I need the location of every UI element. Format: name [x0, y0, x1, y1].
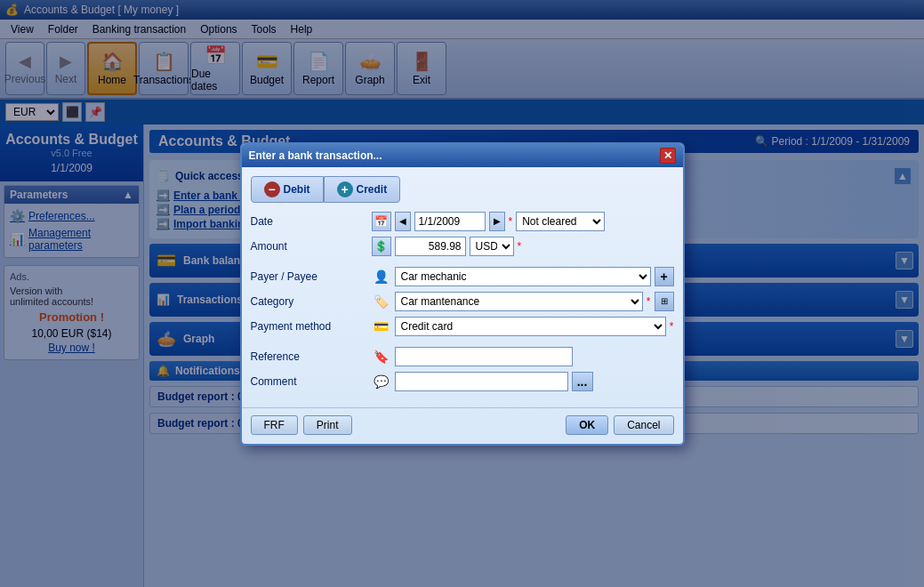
payer-payee-label: Payer / Payee — [251, 269, 366, 285]
ok-button[interactable]: OK — [566, 415, 608, 435]
modal-titlebar: Enter a bank transaction... ✕ — [242, 144, 683, 167]
comment-browse-button[interactable]: ... — [572, 372, 593, 391]
footer-right: OK Cancel — [566, 415, 673, 435]
form-grid: Date 📅 ◀ ▶ * Not cleared Cleared Reconci… — [251, 212, 674, 391]
date-field-row: 📅 ◀ ▶ * Not cleared Cleared Reconciled — [372, 212, 674, 231]
credit-tab[interactable]: + Credit — [324, 176, 401, 203]
payment-method-field-row: 💳 Credit card Cash Check * — [372, 317, 674, 336]
amount-input[interactable] — [395, 237, 466, 256]
modal-title: Enter a bank transaction... — [249, 149, 382, 162]
status-select[interactable]: Not cleared Cleared Reconciled — [516, 212, 605, 231]
calendar-button[interactable]: 📅 — [372, 212, 391, 231]
tab-row: − Debit + Credit — [251, 176, 674, 203]
reference-input[interactable] — [395, 347, 573, 366]
payer-payee-add-button[interactable]: + — [655, 267, 674, 286]
category-select[interactable]: Car mantenance — [395, 292, 643, 311]
debit-tab[interactable]: − Debit — [251, 176, 324, 203]
comment-field-row: 💬 ... — [372, 372, 674, 391]
print-button[interactable]: Print — [303, 415, 352, 435]
modal-dialog: Enter a bank transaction... ✕ − Debit + … — [240, 142, 685, 446]
amount-field-row: 💲 USD EUR * — [372, 237, 674, 256]
amount-required: * — [518, 240, 522, 253]
payer-payee-select[interactable]: Car mechanic — [395, 267, 651, 286]
payment-required: * — [670, 320, 674, 333]
category-field-row: 🏷️ Car mantenance * ⊞ — [372, 292, 674, 311]
currency-select-field[interactable]: USD EUR — [470, 237, 514, 256]
amount-icon: 💲 — [372, 237, 391, 256]
modal-footer: FRF Print OK Cancel — [242, 407, 683, 444]
payer-payee-icon: 👤 — [372, 267, 391, 286]
category-label: Category — [251, 294, 366, 310]
payment-method-select[interactable]: Credit card Cash Check — [395, 317, 666, 336]
date-required: * — [509, 215, 513, 228]
cancel-button[interactable]: Cancel — [614, 415, 673, 435]
comment-label: Comment — [251, 374, 366, 390]
credit-plus-icon: + — [337, 181, 353, 197]
date-input[interactable] — [414, 212, 486, 231]
modal-body: − Debit + Credit Date 📅 ◀ ▶ * — [242, 167, 683, 400]
modal-close-button[interactable]: ✕ — [660, 148, 676, 164]
frf-button[interactable]: FRF — [251, 415, 298, 435]
reference-label: Reference — [251, 349, 366, 365]
debit-label: Debit — [284, 183, 310, 196]
modal-overlay: Enter a bank transaction... ✕ − Debit + … — [0, 0, 924, 587]
reference-icon: 🔖 — [372, 347, 391, 366]
date-prev-button[interactable]: ◀ — [395, 212, 411, 231]
amount-label: Amount — [251, 238, 366, 254]
footer-left: FRF Print — [251, 415, 352, 435]
payer-payee-field-row: 👤 Car mechanic + — [372, 267, 674, 286]
comment-input[interactable] — [395, 372, 568, 391]
credit-label: Credit — [357, 183, 388, 196]
category-icon: 🏷️ — [372, 292, 391, 311]
date-next-button[interactable]: ▶ — [489, 212, 505, 231]
payment-method-icon: 💳 — [372, 317, 391, 336]
category-split-button[interactable]: ⊞ — [655, 292, 674, 311]
reference-field-row: 🔖 — [372, 347, 674, 366]
category-required: * — [647, 295, 651, 308]
comment-icon: 💬 — [372, 372, 391, 391]
date-label: Date — [251, 213, 366, 229]
debit-minus-icon: − — [264, 181, 280, 197]
payment-method-label: Payment method — [251, 318, 366, 334]
